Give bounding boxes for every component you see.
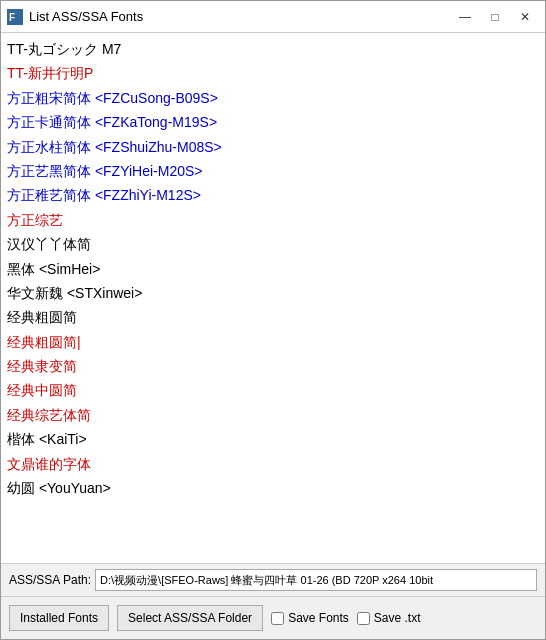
select-folder-button[interactable]: Select ASS/SSA Folder [117, 605, 263, 631]
list-item[interactable]: 方正粗宋简体 <FZCuSong-B09S> [7, 86, 539, 110]
list-item[interactable]: 华文新魏 <STXinwei> [7, 281, 539, 305]
font-list[interactable]: TT-丸ゴシック M7TT-新井行明P方正粗宋简体 <FZCuSong-B09S… [1, 33, 545, 563]
close-button[interactable]: ✕ [511, 6, 539, 28]
title-bar: F List ASS/SSA Fonts — □ ✕ [1, 1, 545, 33]
window-controls: — □ ✕ [451, 6, 539, 28]
list-item[interactable]: 经典隶变简 [7, 354, 539, 378]
list-item[interactable]: 楷体 <KaiTi> [7, 427, 539, 451]
window-title: List ASS/SSA Fonts [29, 9, 451, 24]
list-item[interactable]: 方正稚艺简体 <FZZhiYi-M12S> [7, 183, 539, 207]
path-input[interactable] [95, 569, 537, 591]
save-fonts-checkbox[interactable] [271, 612, 284, 625]
save-txt-label: Save .txt [374, 611, 421, 625]
list-item[interactable]: 文鼎谁的字体 [7, 452, 539, 476]
save-txt-checkbox[interactable] [357, 612, 370, 625]
maximize-button[interactable]: □ [481, 6, 509, 28]
list-item[interactable]: TT-丸ゴシック M7 [7, 37, 539, 61]
main-window: F List ASS/SSA Fonts — □ ✕ TT-丸ゴシック M7TT… [0, 0, 546, 640]
save-fonts-label: Save Fonts [288, 611, 349, 625]
list-item[interactable]: 经典粗圆简 [7, 305, 539, 329]
list-item[interactable]: 方正水柱简体 <FZShuiZhu-M08S> [7, 135, 539, 159]
list-item[interactable]: 方正艺黑简体 <FZYiHei-M20S> [7, 159, 539, 183]
list-item[interactable]: TT-新井行明P [7, 61, 539, 85]
minimize-button[interactable]: — [451, 6, 479, 28]
path-row: ASS/SSA Path: [1, 564, 545, 597]
list-item[interactable]: 方正卡通简体 <FZKaTong-M19S> [7, 110, 539, 134]
installed-fonts-button[interactable]: Installed Fonts [9, 605, 109, 631]
app-icon: F [7, 9, 23, 25]
list-item[interactable]: 方正综艺 [7, 208, 539, 232]
save-fonts-checkbox-group[interactable]: Save Fonts [271, 611, 349, 625]
list-item[interactable]: 幼圆 <YouYuan> [7, 476, 539, 500]
save-txt-checkbox-group[interactable]: Save .txt [357, 611, 421, 625]
list-item[interactable]: 经典综艺体简 [7, 403, 539, 427]
path-label: ASS/SSA Path: [9, 573, 91, 587]
list-item[interactable]: 汉仪丫丫体简 [7, 232, 539, 256]
list-item[interactable]: 经典中圆简 [7, 378, 539, 402]
font-list-container: TT-丸ゴシック M7TT-新井行明P方正粗宋简体 <FZCuSong-B09S… [1, 33, 545, 564]
svg-text:F: F [9, 12, 15, 23]
list-item[interactable]: 黑体 <SimHei> [7, 257, 539, 281]
bottom-bar: Installed Fonts Select ASS/SSA Folder Sa… [1, 597, 545, 639]
list-item[interactable]: 经典粗圆简| [7, 330, 539, 354]
